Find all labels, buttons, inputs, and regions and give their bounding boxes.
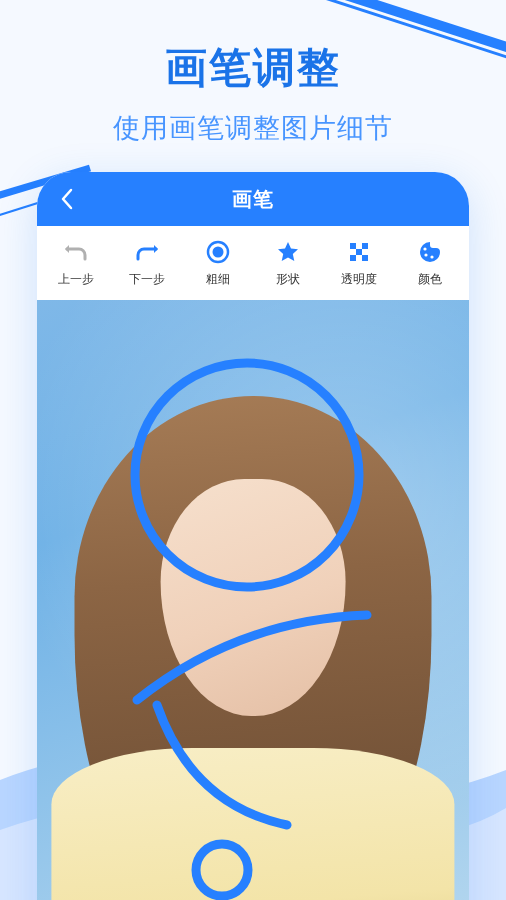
app-title: 画笔 bbox=[37, 186, 469, 213]
svg-rect-6 bbox=[350, 243, 356, 249]
redo-label: 下一步 bbox=[129, 271, 165, 288]
chevron-left-icon bbox=[60, 188, 74, 210]
color-icon bbox=[417, 239, 443, 265]
svg-rect-9 bbox=[350, 255, 356, 261]
redo-button[interactable]: 下一步 bbox=[112, 239, 183, 288]
undo-label: 上一步 bbox=[58, 271, 94, 288]
svg-rect-7 bbox=[362, 243, 368, 249]
brush-toolbar: 上一步 下一步 粗细 bbox=[37, 226, 469, 300]
shape-button[interactable]: 形状 bbox=[253, 239, 324, 288]
svg-point-11 bbox=[423, 247, 426, 250]
thickness-icon bbox=[205, 239, 231, 265]
promo-subtitle: 使用画笔调整图片细节 bbox=[0, 110, 506, 146]
shape-icon bbox=[275, 239, 301, 265]
svg-point-12 bbox=[424, 253, 427, 256]
drawing-canvas[interactable] bbox=[37, 300, 469, 900]
undo-button[interactable]: 上一步 bbox=[41, 239, 112, 288]
thickness-label: 粗细 bbox=[206, 271, 230, 288]
opacity-button[interactable]: 透明度 bbox=[324, 239, 395, 288]
photo-subject-placeholder bbox=[43, 364, 463, 900]
shape-label: 形状 bbox=[276, 271, 300, 288]
opacity-icon bbox=[346, 239, 372, 265]
back-button[interactable] bbox=[51, 172, 83, 226]
svg-point-5 bbox=[212, 246, 223, 257]
color-button[interactable]: 颜色 bbox=[394, 239, 465, 288]
opacity-label: 透明度 bbox=[341, 271, 377, 288]
svg-point-13 bbox=[430, 255, 433, 258]
undo-icon bbox=[63, 239, 89, 265]
color-label: 颜色 bbox=[418, 271, 442, 288]
phone-mockup: 画笔 上一步 下一步 bbox=[37, 172, 469, 900]
app-header: 画笔 bbox=[37, 172, 469, 226]
promo-title: 画笔调整 bbox=[0, 40, 506, 96]
thickness-button[interactable]: 粗细 bbox=[182, 239, 253, 288]
redo-icon bbox=[134, 239, 160, 265]
svg-rect-10 bbox=[362, 255, 368, 261]
svg-rect-8 bbox=[356, 249, 362, 255]
